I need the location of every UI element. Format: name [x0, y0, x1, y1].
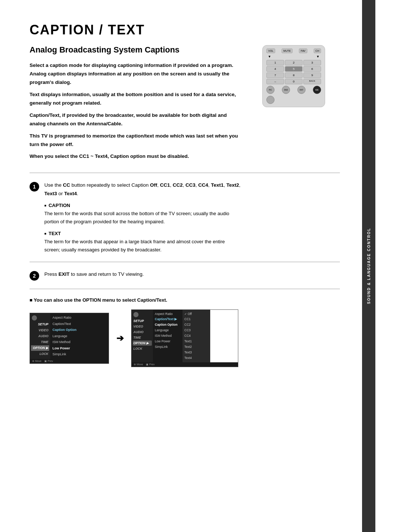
left-menu-left-col: SETUP VIDEO AUDIO TIME OPTION ▶ LOCK [30, 313, 50, 359]
remote-vol-label: VOL [266, 48, 275, 53]
remote-btn-0: 0 [285, 79, 303, 84]
right-menu-option: OPTION ▶ [133, 340, 152, 346]
main-content: CAPTION / TEXT Analog Broadcasting Syste… [0, 0, 362, 532]
left-menu-right-col: Aspect Ratio Caption/Text Caption Option… [50, 313, 109, 359]
caption-section-title: CAPTION [44, 203, 340, 208]
right-menu-move-label: ⊕ Move [134, 363, 143, 366]
divider-3 [30, 289, 340, 289]
remote-vol-ch-arrows: ▼ ▼ [266, 55, 321, 58]
left-menu-prev-label: ▣ Prev [44, 360, 53, 363]
remote-btn-back: BACK [303, 79, 321, 84]
section-header: Analog Broadcasting System Captions [30, 45, 248, 55]
remote-btn-4: 4 [266, 66, 284, 72]
option-note: ■ You can also use the OPTION menu to se… [30, 297, 340, 303]
right-menu-right-text2: Text2 [184, 344, 208, 350]
left-menu-lock: LOCK [31, 351, 49, 357]
right-menu-right-col: ✓Off CC1 CC2 CC3 CC4 Text1 Text2 Text3 T… [183, 310, 210, 362]
menus-row: SETUP VIDEO AUDIO TIME OPTION ▶ LOCK Asp… [30, 309, 340, 367]
left-menu-caption-text: Caption/Text [52, 321, 106, 327]
intro-layout: Analog Broadcasting System Captions Sele… [30, 45, 340, 165]
left-menu-aspect-ratio: Aspect Ratio [52, 315, 106, 321]
remote-btn-5: 5 [285, 66, 303, 72]
remote-btn-2: 2 [285, 60, 303, 65]
right-menu-video: VIDEO [133, 324, 152, 329]
remote-mute-btn: MUTE [282, 48, 293, 53]
divider-2 [30, 262, 340, 262]
right-menu-middle-col: Aspect Ratio Caption/Text ▶ Caption Opti… [153, 310, 183, 362]
right-menu-right-cc3: CC3 [184, 328, 208, 333]
left-menu-audio: AUDIO [31, 333, 49, 339]
remote-rat-btn: RAT [297, 86, 306, 94]
right-menu-right-off: ✓Off [184, 311, 208, 317]
right-menu-right-cc4: CC4 [184, 333, 208, 339]
right-menu-logo [133, 312, 139, 317]
remote-btn-1: 1 [266, 60, 284, 65]
step-1-circle: 1 [30, 182, 39, 192]
right-menu-logo-row [133, 311, 152, 318]
left-menu-bottom-bar: ⊕ Move ▣ Prev [30, 359, 109, 363]
right-menu-setup: SETUP [133, 318, 152, 323]
intro-para-4: This TV is programmed to memorize the ca… [30, 132, 244, 149]
right-menu-right-text4: Text4 [184, 355, 208, 361]
divider-1 [30, 173, 340, 173]
remote-top-row: VOL MUTE FAV CH [266, 48, 321, 53]
remote-cc-btn: CC [313, 86, 321, 94]
remote-btn-dash: – [266, 79, 284, 84]
step-2-container: 2 Press EXIT to save and return to TV vi… [30, 270, 340, 281]
intro-para-3: Caption/Text, if provided by the broadca… [30, 111, 244, 128]
right-menu-extended: SETUP VIDEO AUDIO TIME OPTION ▶ LOCK Asp… [132, 310, 238, 362]
remote-btn-3: 3 [303, 60, 321, 65]
page-title: CAPTION / TEXT [30, 22, 340, 38]
left-menu-logo-row [31, 315, 49, 321]
remote-control: VOL MUTE FAV CH ▼ ▼ 1 2 3 4 [262, 45, 325, 107]
text-column: Analog Broadcasting System Captions Sele… [30, 45, 248, 165]
right-menu-mid-aspect: Aspect Ratio [155, 311, 181, 317]
left-menu-video: VIDEO [31, 328, 49, 333]
remote-sound-btn: SND [282, 86, 290, 94]
left-menu-option: OPTION ▶ [31, 345, 49, 351]
step-2-text: Press EXIT to save and return to TV view… [44, 270, 144, 279]
left-menu-ism: ISM Method [52, 339, 106, 345]
side-tab: SOUND & LANGUAGE CONTROL [362, 0, 375, 532]
right-menu-mid-simplink: SimpLink [155, 344, 181, 350]
remote-btn-8: 8 [285, 72, 303, 78]
right-menu-left-col: SETUP VIDEO AUDIO TIME OPTION ▶ LOCK [132, 310, 153, 362]
remote-ch-label: CH [314, 48, 321, 53]
right-menu-mid-language: Language [155, 328, 181, 333]
remote-btn-6: 6 [303, 66, 321, 72]
remote-vol-down: ▼ [266, 55, 271, 58]
left-menu-language: Language [52, 333, 106, 339]
right-menu-prev-label: ▣ Prev [146, 363, 154, 366]
right-menu-right-cc1: CC1 [184, 317, 208, 322]
page-container: CAPTION / TEXT Analog Broadcasting Syste… [0, 0, 399, 532]
remote-extra-row [266, 96, 321, 104]
right-menu-time: TIME [133, 335, 152, 340]
right-menu-mid-caption-option: Caption Option [155, 322, 181, 328]
text-section-body: The term for the words that appear in a … [44, 238, 236, 254]
step-1-container: 1 Use the CC button repeatedly to select… [30, 181, 340, 198]
left-menu-move-label: ⊕ Move [32, 360, 41, 363]
left-menu-simplink: SimpLink [52, 351, 106, 358]
right-menu-right-text1: Text1 [184, 339, 208, 344]
intro-para-2: Text displays information, usually at th… [30, 91, 244, 108]
step-2-circle: 2 [30, 271, 39, 281]
intro-para-5: When you select the CC1 ~ Text4, Caption… [30, 152, 244, 161]
left-menu-setup: SETUP [31, 322, 49, 327]
right-menu-mid-caption-text: Caption/Text ▶ [155, 317, 181, 322]
left-menu-box: SETUP VIDEO AUDIO TIME OPTION ▶ LOCK Asp… [30, 313, 109, 364]
left-menu-sidebar: SETUP VIDEO AUDIO TIME OPTION ▶ LOCK Asp… [30, 313, 109, 359]
right-menu-lock: LOCK [133, 346, 152, 351]
sub-sections: CAPTION The term for the words that scro… [44, 203, 340, 254]
left-menu-caption-option: Caption Option [52, 327, 106, 333]
step-1-text: Use the CC button repeatedly to select C… [44, 181, 251, 198]
remote-ch-down: ▼ [316, 55, 321, 58]
side-tab-text: SOUND & LANGUAGE CONTROL [367, 228, 371, 304]
right-menu-mid-ism: ISM Method [155, 333, 181, 339]
right-menu-box: SETUP VIDEO AUDIO TIME OPTION ▶ LOCK Asp… [131, 309, 238, 367]
remote-picture-btn: PIC [266, 86, 274, 94]
right-menu-right-cc2: CC2 [184, 322, 208, 328]
right-menu-audio: AUDIO [133, 329, 152, 335]
right-menu-mid-low-power: Low Power [155, 339, 181, 344]
intro-para-1: Select a caption mode for displaying cap… [30, 61, 244, 87]
right-menu-bottom-bar: ⊕ Move ▣ Prev [132, 362, 238, 367]
